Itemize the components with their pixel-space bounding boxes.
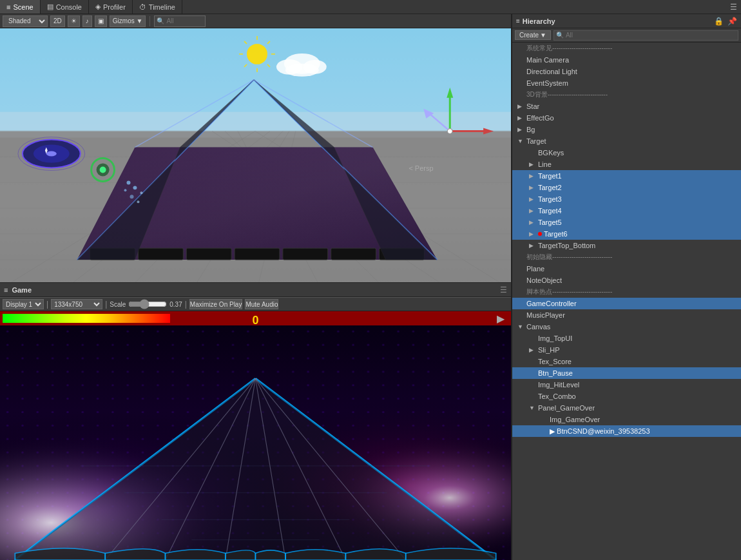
toolbar-separator3: |	[185, 300, 187, 309]
console-tab-label: Console	[56, 3, 82, 11]
hierarchy-lock-icon[interactable]: 🔒	[714, 17, 724, 26]
hierarchy-item-sys-comment[interactable]: 系统常见----------------------------	[512, 43, 741, 54]
hierarchy-item-img-hitlevel[interactable]: Img_HitLevel	[512, 379, 741, 391]
hierarchy-item-canvas[interactable]: ▼Canvas	[512, 321, 741, 333]
tab-menu-button[interactable]: ☰	[726, 1, 741, 13]
audio-button[interactable]: ♪	[82, 15, 92, 27]
svg-point-40	[447, 129, 452, 134]
hierarchy-item-label: Target5	[538, 218, 741, 226]
hierarchy-item-label: Target3	[538, 195, 741, 203]
game-view-menu[interactable]: ☰	[500, 285, 507, 294]
expand-arrow[interactable]: ▼	[517, 323, 526, 330]
hierarchy-item-target6[interactable]: ▶Target6	[512, 228, 741, 240]
create-button[interactable]: Create ▼	[515, 30, 551, 40]
hierarchy-item-targettop-bottom[interactable]: ▶TargetTop_Bottom	[512, 240, 741, 251]
hierarchy-item-hide-comment[interactable]: 初始隐藏----------------------------	[512, 251, 741, 263]
expand-arrow[interactable]: ▶	[529, 231, 538, 237]
tab-scene[interactable]: ≡ Scene	[0, 0, 41, 14]
scale-slider[interactable]	[128, 300, 167, 309]
hierarchy-item-btn-pause[interactable]: Btn_Pause	[512, 367, 741, 379]
expand-arrow[interactable]: ▶	[529, 347, 538, 353]
svg-point-51	[140, 191, 142, 194]
hierarchy-search-input[interactable]	[553, 30, 738, 41]
expand-arrow[interactable]: ▶	[529, 173, 538, 179]
hierarchy-item-label: MusicPlayer	[526, 311, 741, 319]
hierarchy-item-target3[interactable]: ▶Target3	[512, 193, 741, 205]
top-tab-bar: ≡ Scene ▤ Console ◈ Profiler ⏱ Timeline …	[0, 0, 741, 14]
hierarchy-item-target[interactable]: ▼Target	[512, 135, 741, 147]
hierarchy-item-target1[interactable]: ▶Target1	[512, 170, 741, 182]
gizmos-button[interactable]: Gizmos ▼	[110, 15, 146, 27]
expand-arrow[interactable]: ▶	[517, 126, 526, 133]
hierarchy-item-gamecontroller[interactable]: GameController	[512, 298, 741, 309]
profiler-tab-icon: ◈	[95, 3, 101, 11]
resolution-select[interactable]: 1334x750	[51, 299, 102, 309]
tab-timeline[interactable]: ⏱ Timeline	[133, 0, 182, 14]
image-button[interactable]: ▣	[95, 15, 107, 27]
expand-arrow[interactable]: ▶	[517, 115, 526, 121]
game-canvas[interactable]: 0 ▶	[0, 311, 511, 560]
hierarchy-item-label: Tex_Combo	[538, 392, 741, 400]
hierarchy-item-label: EffectGo	[526, 114, 741, 122]
svg-point-49	[133, 186, 137, 189]
maximize-on-play-button[interactable]: Maximize On Play	[189, 299, 243, 309]
expand-arrow[interactable]: ▶	[529, 219, 538, 226]
left-panel: Shaded 2D ☀ ♪ ▣ Gizmos ▼ 🔍	[0, 14, 512, 560]
hierarchy-item-effectgo[interactable]: ▶EffectGo	[512, 112, 741, 124]
expand-arrow[interactable]: ▶	[517, 103, 526, 110]
mute-audio-button[interactable]: Mute Audio	[245, 299, 278, 309]
hierarchy-item-musicplayer[interactable]: MusicPlayer	[512, 309, 741, 321]
expand-arrow[interactable]: ▶	[529, 242, 538, 249]
profiler-tab-label: Profiler	[103, 3, 126, 11]
hierarchy-item-label: Canvas	[526, 323, 741, 331]
tab-profiler[interactable]: ◈ Profiler	[89, 0, 133, 14]
display-select[interactable]: Display 1	[3, 299, 44, 309]
toolbar-separator: |	[46, 300, 48, 309]
hierarchy-item-target2[interactable]: ▶Target2	[512, 182, 741, 193]
hierarchy-item-dir-light[interactable]: Directional Light	[512, 66, 741, 77]
expand-arrow[interactable]: ▶	[529, 161, 538, 168]
hierarchy-item-event-system[interactable]: EventSystem	[512, 77, 741, 89]
svg-point-54	[247, 44, 267, 64]
2d-button[interactable]: 2D	[50, 15, 65, 27]
hierarchy-item-tex-score[interactable]: Tex_Score	[512, 356, 741, 367]
hierarchy-item-noteobject[interactable]: NoteObject	[512, 275, 741, 286]
hierarchy-item-img-topui[interactable]: Img_TopUI	[512, 333, 741, 344]
hierarchy-item-panel-gameover[interactable]: ▼Panel_GameOver	[512, 402, 741, 414]
hierarchy-item-bg3d-comment[interactable]: 3D背景----------------------------	[512, 89, 741, 101]
hierarchy-item-label: 系统常见----------------------------	[526, 44, 741, 53]
hierarchy-item-star[interactable]: ▶Star	[512, 101, 741, 112]
svg-point-53	[137, 200, 139, 203]
hierarchy-item-tex-combo[interactable]: Tex_Combo	[512, 391, 741, 402]
hierarchy-item-target4[interactable]: ▶Target4	[512, 205, 741, 217]
hierarchy-item-label: Target4	[538, 207, 741, 215]
hierarchy-item-bg[interactable]: ▶Bg	[512, 124, 741, 135]
expand-arrow[interactable]: ▶	[529, 196, 538, 202]
scene-canvas[interactable]: < Persp	[0, 28, 511, 282]
hierarchy-item-plane[interactable]: Plane	[512, 263, 741, 275]
expand-arrow[interactable]: ▶	[529, 208, 538, 214]
hierarchy-item-script-comment[interactable]: 脚本热点----------------------------	[512, 286, 741, 298]
expand-arrow[interactable]: ▶	[529, 184, 538, 191]
sun-button[interactable]: ☀	[68, 15, 80, 27]
expand-arrow[interactable]: ▼	[529, 405, 538, 411]
svg-point-66	[285, 64, 319, 77]
hierarchy-item-label: Img_HitLevel	[538, 381, 741, 389]
hierarchy-item-main-camera[interactable]: Main Camera	[512, 54, 741, 66]
main-layout: Shaded 2D ☀ ♪ ▣ Gizmos ▼ 🔍	[0, 14, 741, 560]
hierarchy-item-btn-csdn[interactable]: ▶ BtnCSND@weixin_39538253	[512, 425, 741, 437]
hierarchy-item-bgkeys[interactable]: BGKeys	[512, 147, 741, 159]
hierarchy-item-line[interactable]: ▶Line	[512, 159, 741, 170]
hierarchy-pin-icon[interactable]: 📌	[727, 17, 737, 26]
hierarchy-item-target5[interactable]: ▶Target5	[512, 217, 741, 228]
expand-arrow[interactable]: ▼	[517, 138, 526, 144]
hierarchy-item-label: Target1	[538, 172, 741, 180]
shading-mode-select[interactable]: Shaded	[3, 15, 48, 27]
play-button-game[interactable]: ▶	[497, 313, 505, 325]
hierarchy-item-sli-hp[interactable]: ▶Sli_HP	[512, 344, 741, 356]
tab-console[interactable]: ▤ Console	[41, 0, 89, 14]
hierarchy-item-img-gameover[interactable]: Img_GameOver	[512, 414, 741, 425]
hierarchy-item-label: 初始隐藏----------------------------	[526, 253, 741, 262]
svg-rect-20	[138, 248, 183, 260]
svg-rect-21	[186, 248, 231, 260]
